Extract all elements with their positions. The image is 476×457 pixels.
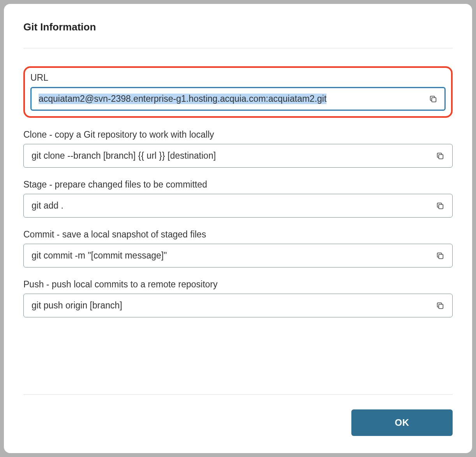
push-group: Push - push local commits to a remote re…: [23, 279, 453, 317]
stage-group: Stage - prepare changed files to be comm…: [23, 179, 453, 218]
svg-rect-3: [439, 254, 443, 259]
commit-label: Commit - save a local snapshot of staged…: [23, 229, 453, 240]
divider: [23, 48, 453, 48]
copy-icon[interactable]: [436, 252, 444, 260]
footer-divider: [23, 394, 453, 395]
stage-label: Stage - prepare changed files to be comm…: [23, 179, 453, 190]
stage-value: git add .: [32, 200, 63, 211]
svg-rect-4: [439, 304, 443, 308]
url-label: URL: [30, 73, 446, 83]
commit-field[interactable]: git commit -m "[commit message]": [23, 244, 453, 267]
ok-button[interactable]: OK: [351, 409, 453, 436]
clone-label: Clone - copy a Git repository to work wi…: [23, 129, 453, 140]
copy-icon[interactable]: [429, 95, 437, 103]
url-field[interactable]: acquiatam2@svn-2398.enterprise-g1.hostin…: [30, 87, 446, 111]
copy-icon[interactable]: [436, 202, 444, 210]
stage-field[interactable]: git add .: [23, 194, 453, 218]
push-label: Push - push local commits to a remote re…: [23, 279, 453, 290]
svg-rect-2: [439, 204, 443, 209]
copy-icon[interactable]: [436, 152, 444, 160]
clone-group: Clone - copy a Git repository to work wi…: [23, 129, 453, 168]
url-value: acquiatam2@svn-2398.enterprise-g1.hostin…: [39, 94, 326, 104]
push-value: git push origin [branch]: [32, 300, 122, 311]
svg-rect-0: [432, 97, 436, 102]
clone-field[interactable]: git clone --branch [branch] {{ url }} [d…: [23, 144, 453, 168]
commit-value: git commit -m "[commit message]": [32, 250, 167, 261]
commit-group: Commit - save a local snapshot of staged…: [23, 229, 453, 267]
modal-footer: OK: [23, 409, 453, 436]
copy-icon[interactable]: [436, 301, 444, 310]
git-information-modal: Git Information URL acquiatam2@svn-2398.…: [4, 4, 472, 453]
svg-rect-1: [439, 154, 443, 159]
clone-value: git clone --branch [branch] {{ url }} [d…: [32, 151, 216, 161]
modal-title: Git Information: [23, 21, 453, 33]
push-field[interactable]: git push origin [branch]: [23, 294, 453, 317]
url-highlight-box: URL acquiatam2@svn-2398.enterprise-g1.ho…: [23, 66, 453, 118]
